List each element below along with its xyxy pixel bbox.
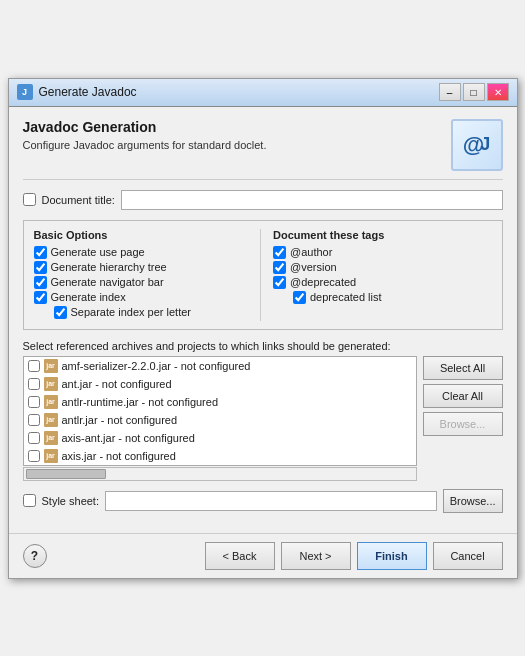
archive-name: ant.jar - not configured bbox=[62, 378, 172, 390]
finish-button[interactable]: Finish bbox=[357, 542, 427, 570]
browse-stylesheet-button[interactable]: Browse... bbox=[443, 489, 503, 513]
window-title: Generate Javadoc bbox=[39, 85, 439, 99]
doc-title-input[interactable] bbox=[121, 190, 503, 210]
doc-tags-title: Document these tags bbox=[273, 229, 492, 241]
browse-archives-button[interactable]: Browse... bbox=[423, 412, 503, 436]
javadoc-logo: @ J bbox=[451, 119, 503, 171]
separate-index-checkbox[interactable] bbox=[54, 306, 67, 319]
window-icon: J bbox=[17, 84, 33, 100]
select-all-button[interactable]: Select All bbox=[423, 356, 503, 380]
archive-name: amf-serializer-2.2.0.jar - not configure… bbox=[62, 360, 251, 372]
list-item: jar ant.jar - not configured bbox=[24, 375, 416, 393]
jar-icon: jar bbox=[44, 359, 58, 373]
use-page-row: Generate use page bbox=[34, 246, 253, 259]
jar-icon: jar bbox=[44, 449, 58, 463]
use-page-checkbox[interactable] bbox=[34, 246, 47, 259]
doc-title-checkbox[interactable] bbox=[23, 193, 36, 206]
hierarchy-tree-row: Generate hierarchy tree bbox=[34, 261, 253, 274]
title-bar: J Generate Javadoc – □ ✕ bbox=[9, 79, 517, 107]
doc-title-label: Document title: bbox=[42, 194, 115, 206]
hierarchy-tree-label: Generate hierarchy tree bbox=[51, 261, 167, 273]
clear-all-button[interactable]: Clear All bbox=[423, 384, 503, 408]
stylesheet-checkbox[interactable] bbox=[23, 494, 36, 507]
archive-checkbox[interactable] bbox=[28, 414, 40, 426]
version-tag-checkbox[interactable] bbox=[273, 261, 286, 274]
archive-checkbox[interactable] bbox=[28, 378, 40, 390]
separate-index-row: Separate index per letter bbox=[54, 306, 253, 319]
basic-options-panel: Basic Options Generate use page Generate… bbox=[34, 229, 261, 321]
list-item: jar amf-serializer-2.2.0.jar - not confi… bbox=[24, 357, 416, 375]
dialog-content: Javadoc Generation Configure Javadoc arg… bbox=[9, 107, 517, 533]
deprecated-list-row: deprecated list bbox=[293, 291, 492, 304]
navigator-bar-label: Generate navigator bar bbox=[51, 276, 164, 288]
jar-icon: jar bbox=[44, 413, 58, 427]
author-tag-label: @author bbox=[290, 246, 332, 258]
archive-name: axis.jar - not configured bbox=[62, 450, 176, 462]
basic-options-title: Basic Options bbox=[34, 229, 253, 241]
jar-icon: jar bbox=[44, 431, 58, 445]
author-tag-checkbox[interactable] bbox=[273, 246, 286, 259]
hierarchy-tree-checkbox[interactable] bbox=[34, 261, 47, 274]
archive-name: axis-ant.jar - not configured bbox=[62, 432, 195, 444]
scroll-thumb[interactable] bbox=[26, 469, 106, 479]
archives-list[interactable]: jar amf-serializer-2.2.0.jar - not confi… bbox=[23, 356, 417, 466]
author-tag-row: @author bbox=[273, 246, 492, 259]
help-button[interactable]: ? bbox=[23, 544, 47, 568]
generate-index-checkbox[interactable] bbox=[34, 291, 47, 304]
navigator-bar-row: Generate navigator bar bbox=[34, 276, 253, 289]
archives-section: Select referenced archives and projects … bbox=[23, 340, 503, 481]
next-button[interactable]: Next > bbox=[281, 542, 351, 570]
deprecated-list-checkbox[interactable] bbox=[293, 291, 306, 304]
generate-index-label: Generate index bbox=[51, 291, 126, 303]
cancel-button[interactable]: Cancel bbox=[433, 542, 503, 570]
list-item: jar axis-ant.jar - not configured bbox=[24, 429, 416, 447]
archive-checkbox[interactable] bbox=[28, 396, 40, 408]
version-tag-row: @version bbox=[273, 261, 492, 274]
minimize-button[interactable]: – bbox=[439, 83, 461, 101]
deprecated-tag-label: @deprecated bbox=[290, 276, 356, 288]
list-item: jar antlr-runtime.jar - not configured bbox=[24, 393, 416, 411]
list-item: jar axis.jar - not configured bbox=[24, 447, 416, 465]
separate-index-label: Separate index per letter bbox=[71, 306, 191, 318]
close-button[interactable]: ✕ bbox=[487, 83, 509, 101]
deprecated-list-label: deprecated list bbox=[310, 291, 382, 303]
generate-index-row: Generate index bbox=[34, 291, 253, 304]
options-section: Basic Options Generate use page Generate… bbox=[23, 220, 503, 330]
main-window: J Generate Javadoc – □ ✕ Javadoc Generat… bbox=[8, 78, 518, 579]
use-page-label: Generate use page bbox=[51, 246, 145, 258]
header-section: Javadoc Generation Configure Javadoc arg… bbox=[23, 119, 503, 180]
archives-container: jar amf-serializer-2.2.0.jar - not confi… bbox=[23, 356, 503, 481]
stylesheet-label: Style sheet: bbox=[42, 495, 99, 507]
maximize-button[interactable]: □ bbox=[463, 83, 485, 101]
archives-action-buttons: Select All Clear All Browse... bbox=[423, 356, 503, 436]
stylesheet-input[interactable] bbox=[105, 491, 437, 511]
back-button[interactable]: < Back bbox=[205, 542, 275, 570]
logo-j-symbol: J bbox=[480, 134, 490, 155]
archives-label: Select referenced archives and projects … bbox=[23, 340, 503, 352]
dialog-title: Javadoc Generation bbox=[23, 119, 443, 135]
jar-icon: jar bbox=[44, 377, 58, 391]
archive-name: antlr.jar - not configured bbox=[62, 414, 178, 426]
list-item: jar antlr.jar - not configured bbox=[24, 411, 416, 429]
dialog-description: Configure Javadoc arguments for standard… bbox=[23, 139, 443, 151]
archive-name: antlr-runtime.jar - not configured bbox=[62, 396, 219, 408]
jar-icon: jar bbox=[44, 395, 58, 409]
archive-checkbox[interactable] bbox=[28, 450, 40, 462]
deprecated-tag-row: @deprecated bbox=[273, 276, 492, 289]
navigator-bar-checkbox[interactable] bbox=[34, 276, 47, 289]
stylesheet-row: Style sheet: Browse... bbox=[23, 489, 503, 513]
deprecated-tag-checkbox[interactable] bbox=[273, 276, 286, 289]
bottom-bar: ? < Back Next > Finish Cancel bbox=[9, 533, 517, 578]
document-title-row: Document title: bbox=[23, 190, 503, 210]
archive-checkbox[interactable] bbox=[28, 360, 40, 372]
version-tag-label: @version bbox=[290, 261, 337, 273]
window-controls: – □ ✕ bbox=[439, 83, 509, 101]
header-text: Javadoc Generation Configure Javadoc arg… bbox=[23, 119, 443, 151]
archive-checkbox[interactable] bbox=[28, 432, 40, 444]
horizontal-scrollbar[interactable] bbox=[23, 467, 417, 481]
doc-tags-panel: Document these tags @author @version @de… bbox=[260, 229, 492, 321]
